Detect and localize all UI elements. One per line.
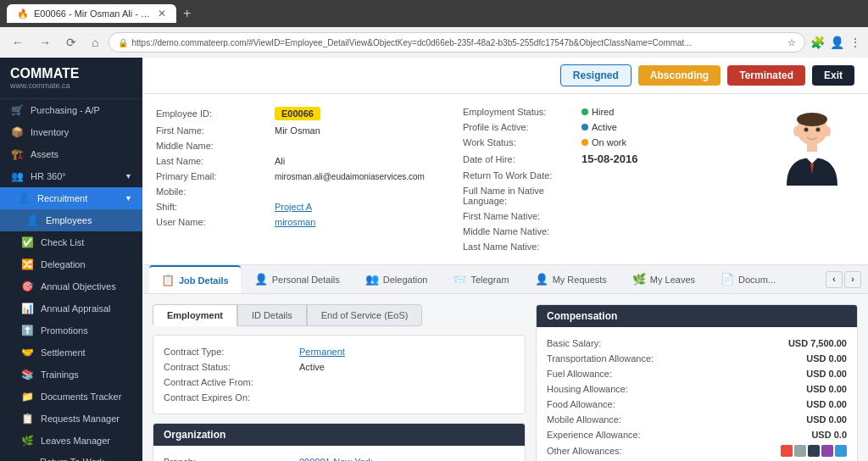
hr360-icon: 👥 [10, 170, 24, 182]
employees-icon: 👤 [25, 214, 39, 226]
refresh-btn[interactable]: ⟳ [61, 32, 81, 53]
extensions-icon[interactable]: 🧩 [810, 36, 825, 49]
sidebar-item-annual-obj[interactable]: 🎯 Annual Objectives [0, 275, 142, 297]
exit-button[interactable]: Exit [812, 65, 854, 86]
emoji-blue[interactable] [835, 445, 847, 457]
username-label: User Name: [156, 217, 275, 227]
logo-area: COMMATE www.commate.ca [0, 58, 142, 99]
sub-tab-id-details[interactable]: ID Details [237, 304, 307, 326]
mobile-allow-label: Mobile Allowance: [547, 414, 621, 425]
tab-scroll-left-btn[interactable]: ‹ [826, 271, 843, 288]
sidebar-item-inventory[interactable]: 📦 Inventory [0, 121, 142, 143]
tab-close-btn[interactable]: ✕ [158, 8, 166, 19]
employment-status-value: Hired [592, 107, 614, 117]
last-name-native-label: Last Name Native: [463, 242, 581, 252]
tab-documents[interactable]: 📄 Docum... [709, 266, 787, 292]
bookmark-icon[interactable]: ☆ [787, 37, 796, 48]
address-bar[interactable]: 🔒 https://demo.commateerp.com/#ViewID=Em… [108, 32, 805, 53]
shift-value[interactable]: Project A [275, 202, 312, 212]
sidebar-item-settlement[interactable]: 🤝 Settlement [0, 342, 142, 364]
emoji-gray[interactable] [794, 445, 806, 457]
branch-value[interactable]: 000001-New York [299, 457, 373, 461]
tab-delegation[interactable]: 👥 Delegation [353, 266, 440, 292]
promotions-icon: ⬆️ [20, 325, 34, 336]
tab-telegram[interactable]: 📨 Telegram [441, 266, 520, 292]
sidebar-item-hr360[interactable]: 👥 HR 360° ▼ [0, 165, 142, 187]
contract-active-from-label: Contract Active From: [164, 377, 299, 387]
tab-job-details[interactable]: 📋 Job Details [149, 265, 241, 293]
sub-tab-employment[interactable]: Employment [153, 304, 237, 326]
sidebar-item-employees[interactable]: 👤 Employees [0, 209, 142, 231]
sidebar-item-delegation[interactable]: 🔀 Delegation [0, 253, 142, 275]
tab-my-leaves[interactable]: 🌿 My Leaves [620, 266, 707, 292]
sidebar-item-doc-tracker[interactable]: 📁 Documents Tracker [0, 386, 142, 408]
sub-tab-eos[interactable]: End of Service (EoS) [307, 304, 423, 326]
recruitment-arrow: ▼ [125, 194, 132, 203]
profile-active-value: Active [592, 122, 617, 132]
home-btn[interactable]: ⌂ [86, 32, 103, 53]
transport-label: Transportation Allowance: [547, 353, 654, 364]
compensation-section: Compensation Basic Salary: USD 7,500.00 … [536, 304, 858, 461]
sidebar-item-purchasing[interactable]: 🛒 Purchasing - A/P [0, 99, 142, 121]
other-value [781, 445, 847, 457]
url-text: https://demo.commateerp.com/#ViewID=Empl… [131, 38, 691, 47]
sidebar-label-inventory: Inventory [31, 127, 69, 137]
field-hire-date: Date of Hire: 15-08-2016 [463, 150, 770, 168]
other-label: Other Allowances: [547, 446, 622, 456]
contract-status-value: Active [299, 362, 325, 372]
right-fields: Employment Status: Hired Profile is Acti… [463, 104, 770, 254]
food-value: USD 0.00 [806, 399, 847, 409]
shift-label: Shift: [156, 202, 275, 212]
browser-tab[interactable]: 🔥 E00066 - Mir Osman Ali - COM... ✕ [7, 4, 176, 23]
mobile-label: Mobile: [156, 186, 275, 197]
contract-type-value[interactable]: Permanent [299, 347, 345, 357]
sidebar-item-recruitment[interactable]: 👤 Recruitment ▼ [0, 187, 142, 209]
menu-icon[interactable]: ⋮ [849, 36, 861, 49]
middle-name-native-label: Middle Name Native: [463, 226, 581, 236]
organization-header: Organization [153, 424, 525, 446]
emoji-red[interactable] [781, 445, 793, 457]
sidebar-item-return-work[interactable]: ↩️ Return To Work Manager [0, 452, 142, 461]
logo-sub: www.commate.ca [10, 81, 132, 90]
sidebar-item-requests-mgr[interactable]: 📋 Requests Manager [0, 408, 142, 430]
sidebar-label-employees: Employees [46, 215, 92, 225]
contract-status-row: Contract Status: Active [164, 359, 515, 375]
absconding-button[interactable]: Absconding [638, 65, 721, 86]
field-full-name-native: Full Name in Native Language: [463, 183, 770, 208]
tab-my-requests[interactable]: 👤 My Requests [523, 266, 619, 292]
sidebar-item-checklist[interactable]: ✅ Check List [0, 231, 142, 253]
sidebar-item-leaves-mgr[interactable]: 🌿 Leaves Manager [0, 430, 142, 452]
work-status-label: Work Status: [463, 137, 581, 147]
profile-active-label: Profile is Active: [463, 122, 581, 132]
resigned-button[interactable]: Resigned [560, 64, 632, 86]
field-username: User Name: mirosman [156, 214, 463, 230]
left-panel: Employment ID Details End of Service (Eo… [153, 304, 526, 461]
field-first-name: First Name: Mir Osman [156, 123, 463, 138]
leaves-mgr-icon: 🌿 [20, 435, 34, 447]
tab-scroll-right-btn[interactable]: › [844, 271, 861, 288]
username-value[interactable]: mirosman [275, 217, 315, 227]
sidebar-item-assets[interactable]: 🏗️ Assets [0, 143, 142, 165]
emoji-dark[interactable] [808, 445, 820, 457]
telegram-icon: 📨 [453, 273, 466, 286]
sidebar-item-promotions[interactable]: ⬆️ Promotions [0, 319, 142, 342]
sidebar-item-annual-app[interactable]: 📊 Annual Appraisal [0, 297, 142, 319]
content-area: Employment ID Details End of Service (Eo… [142, 294, 868, 461]
main-content: Resigned Absconding Terminated Exit Empl… [142, 58, 868, 461]
tab-personal-details[interactable]: 👤 Personal Details [242, 266, 352, 292]
profile-icon[interactable]: 👤 [830, 36, 844, 49]
compensation-header: Compensation [537, 305, 857, 327]
new-tab-btn[interactable]: + [183, 6, 191, 21]
svg-point-4 [824, 126, 831, 136]
email-value: mirosman.ali@eudaimoniaservices.com [275, 172, 425, 181]
terminated-button[interactable]: Terminated [727, 65, 805, 86]
first-name-value: Mir Osman [275, 125, 320, 136]
tab-job-details-label: Job Details [179, 275, 229, 286]
emoji-purple[interactable] [821, 445, 833, 457]
transport-value: USD 0.00 [806, 353, 847, 364]
svg-rect-2 [807, 143, 817, 152]
sidebar-item-trainings[interactable]: 📚 Trainings [0, 364, 142, 386]
forward-btn[interactable]: → [34, 32, 56, 53]
employee-header: Employee ID: E00066 First Name: Mir Osma… [142, 94, 868, 265]
back-btn[interactable]: ← [7, 32, 29, 53]
